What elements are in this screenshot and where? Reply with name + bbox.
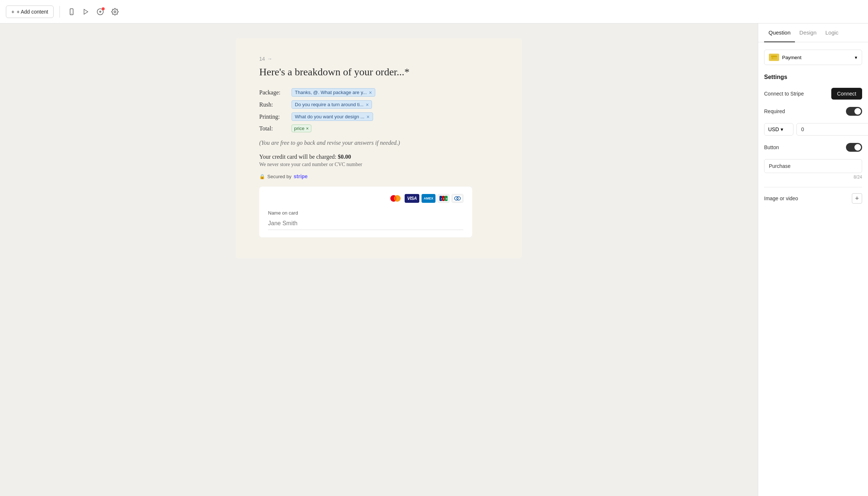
rush-tag-close[interactable]: × [366,102,369,107]
svg-rect-0 [70,8,73,15]
payment-icon [769,54,779,61]
svg-rect-14 [453,195,462,202]
rush-field-row: Rush: Do you require a turn around ti...… [259,100,499,109]
plus-icon: + [11,9,14,15]
required-toggle[interactable] [846,107,862,116]
add-content-label: + Add content [17,9,48,15]
jcb-logo: J C B [438,194,449,203]
required-row: Required [764,107,862,116]
total-label: Total: [259,125,289,132]
printing-field-row: Printing: What do you want your design .… [259,112,499,121]
rush-tag[interactable]: Do you require a turn around ti... × [292,100,372,109]
add-media-button[interactable]: + [852,193,862,204]
toolbar-separator [59,6,60,18]
question-type-label: Payment [782,55,802,60]
lock-icon: 🔒 [259,174,265,179]
svg-text:B: B [446,198,448,200]
required-label: Required [764,108,785,114]
svg-rect-18 [771,56,777,57]
plus-icon: + [855,195,859,202]
tab-question[interactable]: Question [764,24,795,42]
svg-point-4 [114,11,116,12]
store-text: We never store your card number or CVC n… [259,162,499,168]
svg-text:C: C [443,198,445,200]
currency-row: USD ▾ [764,123,862,136]
card-logos: VISA AMEX J C B [268,194,463,203]
printing-label: Printing: [259,114,289,120]
diners-logo [452,194,463,203]
question-title: Here's a breakdown of your order...* [259,66,499,78]
question-number-row: 14 → [259,56,499,62]
mobile-icon [68,8,75,15]
add-content-button[interactable]: + + Add content [6,6,54,18]
printing-tag-close[interactable]: × [366,114,369,119]
secured-label: Secured by [267,174,292,179]
card-name-label: Name on card [268,210,463,216]
currency-select[interactable]: USD ▾ [764,123,793,136]
svg-rect-17 [771,55,777,60]
connect-stripe-button[interactable]: Connect [831,88,862,100]
card-input-area: VISA AMEX J C B [259,187,472,237]
rush-label: Rush: [259,101,289,108]
play-button[interactable] [80,6,91,17]
note-text: (You are free to go back and revise your… [259,140,499,146]
button-toggle[interactable] [846,143,862,152]
total-field-row: Total: price × [259,125,499,132]
question-number: 14 [259,56,265,62]
connect-stripe-label: Connect to Stripe [764,91,804,97]
image-video-row: Image or video + [764,193,862,204]
image-video-label: Image or video [764,195,798,201]
card-name-input[interactable] [268,219,463,230]
play-icon [83,8,89,15]
char-count: 8/24 [764,175,862,180]
settings-button[interactable] [109,6,121,18]
package-tag-text: Thanks, @. What package are y... [295,90,367,95]
divider [764,187,862,187]
canvas-area: 14 → Here's a breakdown of your order...… [0,24,758,496]
arrow-icon: → [267,56,272,62]
package-field-row: Package: Thanks, @. What package are y..… [259,88,499,97]
chevron-down-icon: ▾ [855,55,857,60]
connect-stripe-row: Connect to Stripe Connect [764,88,862,100]
tab-design[interactable]: Design [795,24,821,42]
button-row: Button [764,143,862,152]
button-text-input[interactable] [764,159,862,173]
total-tag-close[interactable]: × [306,126,309,131]
printing-tag[interactable]: What do you want your design ... × [292,112,373,121]
tab-logic[interactable]: Logic [821,24,843,42]
panel-tabs: Question Design Logic [758,24,868,42]
amount-input[interactable] [796,123,868,136]
charge-amount: $0.00 [338,154,351,160]
gear-icon [111,8,119,15]
type-dropdown-left: Payment [769,54,802,61]
charge-text: Your credit card will be charged: $0.00 [259,154,499,160]
currency-value: USD [768,126,779,132]
svg-point-1 [71,13,72,14]
printing-tag-text: What do you want your design ... [295,114,364,119]
mobile-preview-button[interactable] [66,6,77,18]
package-tag-close[interactable]: × [369,90,372,95]
package-label: Package: [259,89,289,96]
notifications-button[interactable] [94,6,106,18]
circle-icon [97,8,104,15]
charge-label: Your credit card will be charged: [259,154,336,160]
form-card: 14 → Here's a breakdown of your order...… [236,38,522,259]
button-label: Button [764,144,779,150]
right-panel: Question Design Logic Payment ▾ [758,24,868,496]
total-tag[interactable]: price × [292,125,311,132]
visa-logo: VISA [405,194,419,203]
svg-rect-19 [772,58,773,58]
main-layout: 14 → Here's a breakdown of your order...… [0,24,868,496]
currency-chevron: ▾ [781,126,783,132]
panel-content: Payment ▾ Settings Connect to Stripe Con… [758,42,868,211]
secured-row: 🔒 Secured by stripe [259,173,499,179]
amex-logo: AMEX [422,194,435,203]
settings-heading: Settings [764,74,862,80]
mastercard-logo [388,194,402,203]
question-type-dropdown[interactable]: Payment ▾ [764,50,862,65]
svg-text:J: J [441,198,442,200]
svg-marker-2 [84,9,88,14]
total-tag-text: price [294,126,304,131]
stripe-brand: stripe [294,173,308,179]
package-tag[interactable]: Thanks, @. What package are y... × [292,88,375,97]
